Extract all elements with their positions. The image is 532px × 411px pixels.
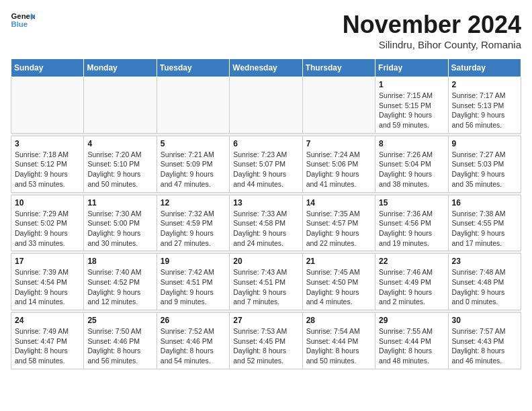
day-number: 3 [15, 139, 80, 148]
day-number: 6 [233, 139, 298, 148]
calendar-cell: 8Sunrise: 7:26 AMSunset: 5:04 PMDaylight… [375, 136, 448, 192]
day-number: 5 [161, 139, 226, 148]
calendar-cell [302, 77, 375, 134]
day-info: Sunrise: 7:43 AMSunset: 4:51 PMDaylight:… [233, 267, 298, 307]
day-info: Sunrise: 7:53 AMSunset: 4:45 PMDaylight:… [233, 326, 298, 366]
calendar-cell: 6Sunrise: 7:23 AMSunset: 5:07 PMDaylight… [230, 136, 302, 192]
calendar-cell: 11Sunrise: 7:30 AMSunset: 5:00 PMDayligh… [84, 195, 157, 251]
weekday-header-monday: Monday [84, 59, 157, 77]
day-info: Sunrise: 7:38 AMSunset: 4:55 PMDaylight:… [452, 209, 517, 248]
calendar-cell: 16Sunrise: 7:38 AMSunset: 4:55 PMDayligh… [448, 195, 521, 251]
day-info: Sunrise: 7:30 AMSunset: 5:00 PMDaylight:… [87, 209, 152, 248]
calendar-cell [11, 77, 84, 134]
day-number: 18 [87, 257, 152, 266]
calendar-cell: 17Sunrise: 7:39 AMSunset: 4:54 PMDayligh… [11, 254, 84, 310]
day-info: Sunrise: 7:23 AMSunset: 5:07 PMDaylight:… [233, 150, 298, 189]
day-number: 13 [233, 198, 298, 208]
calendar-cell [157, 77, 229, 134]
day-number: 10 [15, 198, 80, 208]
calendar-cell: 14Sunrise: 7:35 AMSunset: 4:57 PMDayligh… [302, 195, 375, 251]
day-number: 16 [452, 198, 517, 208]
day-info: Sunrise: 7:50 AMSunset: 4:46 PMDaylight:… [87, 326, 152, 366]
day-number: 30 [452, 316, 517, 325]
weekday-header-friday: Friday [375, 59, 448, 77]
day-number: 15 [379, 198, 444, 208]
day-number: 11 [87, 198, 152, 208]
svg-text:Blue: Blue [11, 20, 28, 28]
day-info: Sunrise: 7:27 AMSunset: 5:03 PMDaylight:… [452, 150, 517, 189]
day-info: Sunrise: 7:35 AMSunset: 4:57 PMDaylight:… [306, 209, 371, 248]
weekday-header-saturday: Saturday [448, 59, 521, 77]
header: General Blue November 2024 Silindru, Bih… [11, 11, 521, 50]
weekday-header-thursday: Thursday [302, 59, 375, 77]
calendar-cell: 30Sunrise: 7:57 AMSunset: 4:43 PMDayligh… [448, 313, 521, 369]
day-number: 27 [233, 316, 298, 325]
day-number: 17 [15, 257, 80, 266]
calendar-cell: 15Sunrise: 7:36 AMSunset: 4:56 PMDayligh… [375, 195, 448, 251]
day-info: Sunrise: 7:40 AMSunset: 4:52 PMDaylight:… [87, 267, 152, 307]
calendar-cell: 18Sunrise: 7:40 AMSunset: 4:52 PMDayligh… [84, 254, 157, 310]
calendar-cell: 7Sunrise: 7:24 AMSunset: 5:06 PMDaylight… [302, 136, 375, 192]
calendar-cell: 4Sunrise: 7:20 AMSunset: 5:10 PMDaylight… [84, 136, 157, 192]
day-info: Sunrise: 7:55 AMSunset: 4:44 PMDaylight:… [379, 326, 444, 366]
day-number: 26 [161, 316, 226, 325]
day-info: Sunrise: 7:17 AMSunset: 5:13 PMDaylight:… [452, 91, 517, 130]
calendar-cell: 12Sunrise: 7:32 AMSunset: 4:59 PMDayligh… [157, 195, 229, 251]
calendar-week-3: 10Sunrise: 7:29 AMSunset: 5:02 PMDayligh… [11, 195, 521, 251]
calendar-cell: 28Sunrise: 7:54 AMSunset: 4:44 PMDayligh… [302, 313, 375, 369]
day-info: Sunrise: 7:15 AMSunset: 5:15 PMDaylight:… [379, 91, 444, 130]
day-info: Sunrise: 7:48 AMSunset: 4:48 PMDaylight:… [452, 267, 517, 307]
weekday-header-tuesday: Tuesday [157, 59, 229, 77]
day-info: Sunrise: 7:39 AMSunset: 4:54 PMDaylight:… [15, 267, 80, 307]
calendar-cell: 1Sunrise: 7:15 AMSunset: 5:15 PMDaylight… [375, 77, 448, 134]
calendar-table: SundayMondayTuesdayWednesdayThursdayFrid… [11, 58, 521, 369]
day-info: Sunrise: 7:46 AMSunset: 4:49 PMDaylight:… [379, 267, 444, 307]
day-number: 8 [379, 139, 444, 148]
day-info: Sunrise: 7:36 AMSunset: 4:56 PMDaylight:… [379, 209, 444, 248]
calendar-cell: 19Sunrise: 7:42 AMSunset: 4:51 PMDayligh… [157, 254, 229, 310]
day-number: 14 [306, 198, 371, 208]
calendar-header-row: SundayMondayTuesdayWednesdayThursdayFrid… [11, 59, 521, 77]
day-number: 9 [452, 139, 517, 148]
day-info: Sunrise: 7:18 AMSunset: 5:12 PMDaylight:… [15, 150, 80, 189]
calendar-cell: 25Sunrise: 7:50 AMSunset: 4:46 PMDayligh… [84, 313, 157, 369]
calendar-cell [230, 77, 302, 134]
calendar-cell: 24Sunrise: 7:49 AMSunset: 4:47 PMDayligh… [11, 313, 84, 369]
day-number: 21 [306, 257, 371, 266]
calendar-cell: 22Sunrise: 7:46 AMSunset: 4:49 PMDayligh… [375, 254, 448, 310]
day-info: Sunrise: 7:33 AMSunset: 4:58 PMDaylight:… [233, 209, 298, 248]
calendar-cell: 5Sunrise: 7:21 AMSunset: 5:09 PMDaylight… [157, 136, 229, 192]
day-info: Sunrise: 7:32 AMSunset: 4:59 PMDaylight:… [161, 209, 226, 248]
day-info: Sunrise: 7:52 AMSunset: 4:46 PMDaylight:… [161, 326, 226, 366]
day-number: 19 [161, 257, 226, 266]
day-info: Sunrise: 7:45 AMSunset: 4:50 PMDaylight:… [306, 267, 371, 307]
day-number: 24 [15, 316, 80, 325]
calendar-cell: 29Sunrise: 7:55 AMSunset: 4:44 PMDayligh… [375, 313, 448, 369]
day-info: Sunrise: 7:54 AMSunset: 4:44 PMDaylight:… [306, 326, 371, 366]
day-number: 20 [233, 257, 298, 266]
weekday-header-sunday: Sunday [11, 59, 84, 77]
calendar-week-4: 17Sunrise: 7:39 AMSunset: 4:54 PMDayligh… [11, 254, 521, 310]
day-number: 1 [379, 80, 444, 89]
day-number: 2 [452, 80, 517, 89]
day-number: 28 [306, 316, 371, 325]
day-number: 12 [161, 198, 226, 208]
day-info: Sunrise: 7:26 AMSunset: 5:04 PMDaylight:… [379, 150, 444, 189]
day-number: 4 [87, 139, 152, 148]
calendar-week-2: 3Sunrise: 7:18 AMSunset: 5:12 PMDaylight… [11, 136, 521, 192]
day-info: Sunrise: 7:49 AMSunset: 4:47 PMDaylight:… [15, 326, 80, 366]
calendar-cell: 2Sunrise: 7:17 AMSunset: 5:13 PMDaylight… [448, 77, 521, 134]
calendar-cell: 26Sunrise: 7:52 AMSunset: 4:46 PMDayligh… [157, 313, 229, 369]
calendar-week-5: 24Sunrise: 7:49 AMSunset: 4:47 PMDayligh… [11, 313, 521, 369]
month-title: November 2024 [343, 11, 521, 39]
calendar-cell: 27Sunrise: 7:53 AMSunset: 4:45 PMDayligh… [230, 313, 302, 369]
day-number: 23 [452, 257, 517, 266]
day-info: Sunrise: 7:21 AMSunset: 5:09 PMDaylight:… [161, 150, 226, 189]
calendar-cell: 13Sunrise: 7:33 AMSunset: 4:58 PMDayligh… [230, 195, 302, 251]
calendar-cell: 9Sunrise: 7:27 AMSunset: 5:03 PMDaylight… [448, 136, 521, 192]
calendar-week-1: 1Sunrise: 7:15 AMSunset: 5:15 PMDaylight… [11, 77, 521, 134]
day-info: Sunrise: 7:57 AMSunset: 4:43 PMDaylight:… [452, 326, 517, 366]
weekday-header-wednesday: Wednesday [230, 59, 302, 77]
logo: General Blue [11, 11, 35, 30]
location-subtitle: Silindru, Bihor County, Romania [343, 39, 521, 50]
